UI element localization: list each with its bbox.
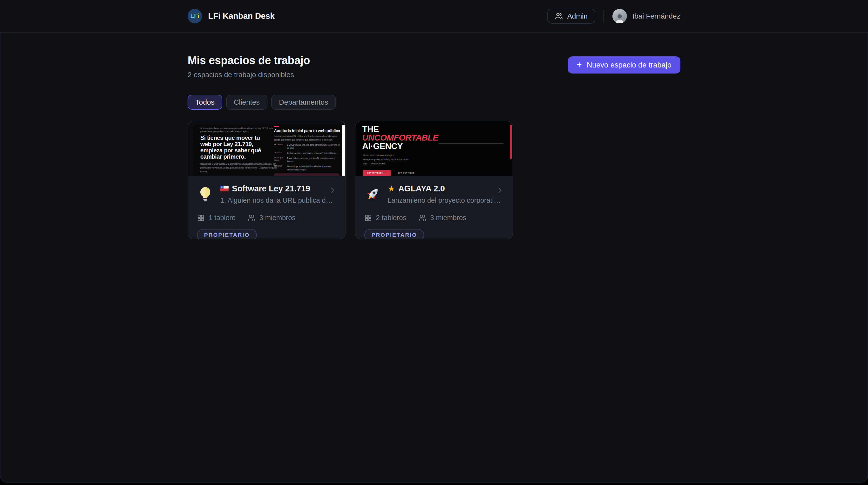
grid-icon — [197, 214, 205, 222]
members-stat: 3 miembros — [248, 214, 296, 222]
thumb2-webpage: THE UNCOMFORTABLE AI·GENCY AI executes. … — [355, 121, 513, 175]
thumb1-scrollbar — [342, 125, 345, 176]
thumb1-price-label: DESDE — [277, 175, 336, 176]
workspace-title-2: ★ AGLAYA 2.0 — [388, 184, 504, 193]
brand: LFi LFi Kanban Desk — [188, 9, 275, 23]
workspace-description-1: 1. Alguien nos da la URL publica de un..… — [220, 196, 334, 204]
thumb1-row-value: Pasar trabajo con mejor criterio a TI, a… — [287, 157, 341, 163]
thumb2-secondary-link: OUR SERVICES — [397, 172, 414, 174]
thumb1-webpage: Si tienes que adaptar, renovar o encarga… — [193, 125, 345, 176]
thumb1-top-text: Si tienes que adaptar, renovar o encarga… — [200, 127, 279, 133]
thumb2-line2: UNCOMFORTABLE — [362, 134, 438, 142]
star-icon: ★ — [388, 185, 395, 193]
main-content: Mis espacios de trabajo 2 espacios de tr… — [188, 54, 680, 239]
role-badge: PROPIETARIO — [364, 229, 424, 239]
new-workspace-button-label: Nuevo espacio de trabajo — [587, 61, 672, 69]
thumb2-primary-button: GET IN TOUCH → — [363, 170, 390, 176]
thumb1-price-box: DESDE USD 490 por dominio en auditoría i… — [274, 173, 339, 176]
thumb2-rule — [439, 143, 504, 144]
admin-button[interactable]: Admin — [547, 9, 595, 24]
workspace-grid: Si tienes que adaptar, renovar o encarga… — [188, 121, 680, 239]
page-subtitle: 2 espacios de trabajo disponibles — [188, 71, 310, 79]
thumb1-red-tag — [274, 126, 341, 127]
chile-flag-icon: ★ — [220, 186, 228, 191]
thumb1-right-title: Auditoría inicial para tu web pública — [274, 129, 341, 133]
grid-icon — [364, 214, 372, 222]
filter-departamentos[interactable]: Departamentos — [271, 95, 336, 110]
role-badge: PROPIETARIO — [197, 229, 257, 239]
plus-icon: + — [577, 60, 582, 69]
members-count: 3 miembros — [259, 214, 296, 222]
workspace-description-2: Lanzamieno del proyecto corporativo... — [388, 196, 501, 204]
workspace-title-text: AGLAYA 2.0 — [398, 184, 445, 193]
app-logo: LFi — [188, 9, 202, 23]
lightbulb-emoji — [197, 186, 214, 203]
user-name: Ibai Fernández — [632, 12, 680, 20]
members-count: 3 miembros — [430, 214, 466, 222]
thumb1-row-label: RECIBES — [274, 152, 287, 155]
thumb1-row-label: TÉRMINO — [274, 165, 287, 171]
page-title: Mis espacios de trabajo — [188, 54, 310, 67]
user-avatar[interactable] — [613, 9, 627, 23]
workspace-title-text: Software Ley 21.719 — [232, 184, 310, 193]
thumb2-line1: THE — [362, 125, 438, 134]
workspace-stats-2: 2 tableros 3 miembros — [364, 214, 504, 222]
workspace-thumbnail-2: THE UNCOMFORTABLE AI·GENCY AI executes. … — [355, 121, 513, 176]
boards-count: 2 tableros — [376, 214, 406, 222]
users-icon — [248, 214, 255, 222]
members-stat: 3 miembros — [418, 214, 466, 222]
person-silhouette-icon — [614, 12, 626, 23]
thumb1-body: Revisamos tu web pública y te entregamos… — [200, 162, 281, 173]
user-area: Admin Ibai Fernández — [547, 9, 680, 24]
thumb1-row-value: No sustituye revisión jurídica definitiv… — [287, 165, 341, 171]
workspace-card-software-ley[interactable]: Si tienes que adaptar, renovar o encarga… — [188, 121, 345, 239]
boards-stat: 1 tablero — [197, 214, 236, 222]
users-icon — [418, 214, 426, 222]
boards-stat: 2 tableros — [364, 214, 406, 222]
thumb1-row-value: Señales visibles, prioridades, evidencia… — [287, 152, 337, 155]
thumb2-red-scrollbar — [510, 125, 512, 159]
filter-todos[interactable]: Todos — [188, 95, 222, 110]
app-title: LFi Kanban Desk — [208, 11, 275, 21]
thumb1-row-label: PARA QUÉ SIRVE — [274, 157, 287, 163]
thumb1-row-label: ENTRADA — [274, 143, 287, 150]
thumb1-row-value: 1 URL pública o una lista corta para sin… — [287, 143, 341, 150]
boards-count: 1 tablero — [209, 214, 236, 222]
thumb1-right-body: Nos compartes una URL pública y te devol… — [274, 134, 341, 141]
logo-letter-l: L — [190, 12, 194, 20]
users-icon — [555, 12, 563, 20]
rocket-emoji — [364, 186, 381, 203]
top-navbar: LFi LFi Kanban Desk Admin Ibai Fernández — [0, 0, 868, 33]
nav-divider — [603, 9, 604, 23]
logo-letter-f: F — [194, 12, 198, 20]
workspace-stats-1: 1 tablero 3 miembros — [197, 214, 336, 222]
workspace-thumbnail-1: Si tienes que adaptar, renovar o encarga… — [188, 121, 345, 176]
thumb2-line3: AI·GENCY — [362, 142, 438, 151]
workspace-card-aglaya[interactable]: THE UNCOMFORTABLE AI·GENCY AI executes. … — [355, 121, 513, 239]
app-window: LFi LFi Kanban Desk Admin Ibai Fernández — [0, 0, 868, 483]
thumb1-headline: Si tienes que mover tu web por Ley 21.71… — [200, 135, 270, 160]
admin-button-label: Admin — [567, 12, 588, 20]
workspace-title-1: ★ Software Ley 21.719 — [220, 184, 336, 193]
logo-letter-i: i — [198, 12, 199, 20]
filter-clientes[interactable]: Clientes — [226, 95, 268, 110]
filter-chips: Todos Clientes Departamentos — [188, 95, 680, 110]
chevron-right-icon — [495, 186, 505, 195]
new-workspace-button[interactable]: + Nuevo espacio de trabajo — [568, 56, 680, 73]
chevron-right-icon — [328, 186, 337, 195]
thumb2-body: AI executes. Humans strategize. Enterpri… — [363, 153, 408, 166]
